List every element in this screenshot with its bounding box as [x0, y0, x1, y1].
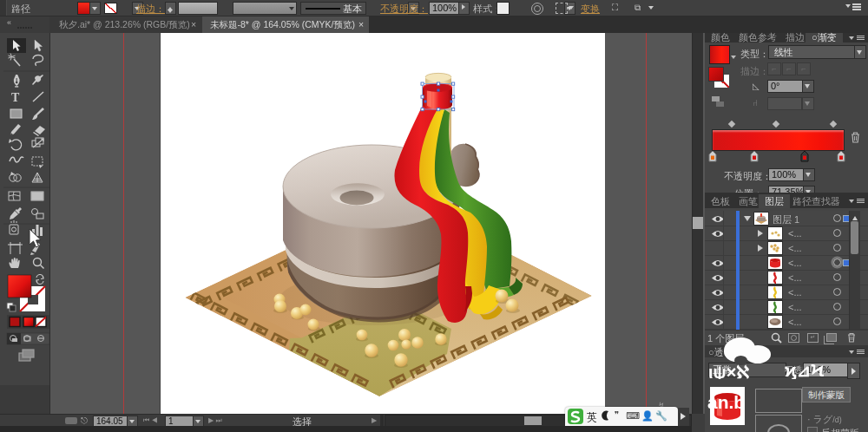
svg-text:T: T [11, 91, 20, 104]
